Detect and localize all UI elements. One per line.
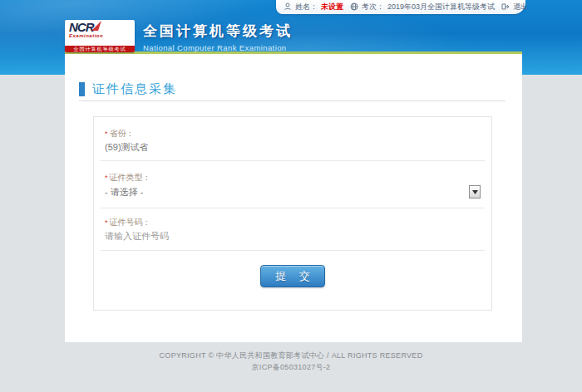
topbar-session-label: 考次： [362,2,384,12]
cert-type-label: *证件类型： [105,173,151,183]
logout-link[interactable]: 退出 [513,2,528,12]
field-divider [101,160,485,161]
globe-icon [350,2,358,11]
required-mark: * [105,218,108,227]
section-header: 证件信息采集 [79,81,177,97]
page-title: 证件信息采集 [92,81,177,97]
topbar-session-value: 2019年03月全国计算机等级考试 [387,2,495,12]
site-title: 全国计算机等级考试 [143,22,293,41]
topbar-name-label: 姓名： [295,2,318,12]
ncre-logo: NCR Examination 全国计算机等级考试 [65,20,135,52]
province-label: *省份： [105,129,135,139]
section-accent-bar [79,82,85,96]
form-panel: *省份： (59)测试省 *证件类型： - 请选择 - *证件号码： [93,116,492,311]
topbar-user-info: 姓名： 未设置 考次： 2019年03月全国计算机等级考试 退出 [276,0,525,14]
cert-number-label: *证件号码： [105,218,151,228]
section-divider [79,100,506,101]
field-divider [101,208,485,208]
required-mark: * [105,130,108,138]
logo-banner-text: 全国计算机等级考试 [65,46,135,52]
footer-icp: 京ICP备05031027号-2 [0,361,582,373]
cert-type-select[interactable]: - 请选择 - [105,184,481,199]
cert-type-selected-value: - 请选择 - [105,186,143,198]
select-dropdown-button[interactable] [469,185,481,198]
logout-icon[interactable] [501,2,510,11]
content-card: 证件信息采集 *省份： (59)测试省 *证件类型： - 请选择 - [65,51,522,342]
footer-copyright: COPYRIGHT © 中华人民共和国教育部考试中心 / ALL RIGHTS … [0,350,582,361]
topbar-name-value: 未设置 [321,2,343,12]
logo-examination-text: Examination [69,33,131,39]
cert-number-input[interactable] [105,229,471,243]
province-value: (59)测试省 [105,142,149,153]
submit-button[interactable]: 提 交 [260,265,325,287]
site-subtitle: National Computer Rank Examination [143,43,293,52]
page: 姓名： 未设置 考次： 2019年03月全国计算机等级考试 退出 NCR Exa… [0,0,582,392]
user-icon [284,2,292,11]
footer: COPYRIGHT © 中华人民共和国教育部考试中心 / ALL RIGHTS … [0,350,582,373]
site-title-block: 全国计算机等级考试 National Computer Rank Examina… [143,22,293,52]
chevron-down-icon [472,190,478,194]
field-divider [101,250,485,251]
required-mark: * [105,174,108,182]
